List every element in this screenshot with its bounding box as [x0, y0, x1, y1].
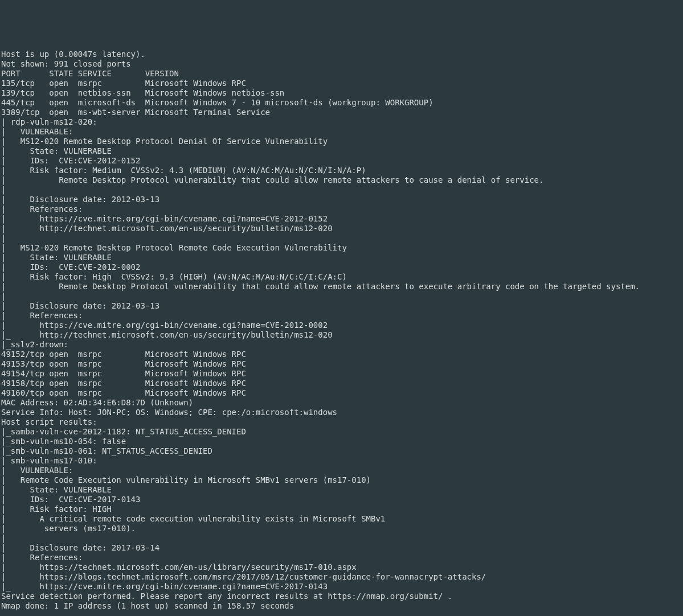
terminal-line: | MS12-020 Remote Desktop Protocol Denia… [1, 137, 683, 146]
terminal-line: 3389/tcp open ms-wbt-server Microsoft Te… [1, 108, 683, 117]
terminal-line: |_smb-vuln-ms10-061: NT_STATUS_ACCESS_DE… [1, 446, 683, 456]
terminal-line: | References: [1, 311, 683, 321]
terminal-line: | Disclosure date: 2017-03-14 [1, 543, 683, 553]
terminal-line: | https://cve.mitre.org/cgi-bin/cvename.… [1, 321, 683, 330]
terminal-line: |_smb-vuln-ms10-054: false [1, 437, 683, 446]
terminal-line: | VULNERABLE: [1, 466, 683, 475]
terminal-line: | rdp-vuln-ms12-020: [1, 117, 683, 127]
terminal-line: | References: [1, 204, 683, 214]
terminal-line: | Disclosure date: 2012-03-13 [1, 195, 683, 204]
terminal-line: | https://cve.mitre.org/cgi-bin/cvename.… [1, 214, 683, 224]
terminal-line: | servers (ms17-010). [1, 524, 683, 533]
terminal-line: | A critical remote code execution vulne… [1, 514, 683, 524]
terminal-line: 135/tcp open msrpc Microsoft Windows RPC [1, 79, 683, 88]
terminal-line: | http://technet.microsoft.com/en-us/sec… [1, 224, 683, 233]
terminal-line: | Disclosure date: 2012-03-13 [1, 301, 683, 311]
terminal-line: | [1, 533, 683, 543]
terminal-line: | IDs: CVE:CVE-2017-0143 [1, 495, 683, 504]
terminal-line: 139/tcp open netbios-ssn Microsoft Windo… [1, 88, 683, 98]
terminal-line: | Risk factor: High CVSSv2: 9.3 (HIGH) (… [1, 272, 683, 282]
terminal-line: | Risk factor: HIGH [1, 504, 683, 514]
terminal-line: | Remote Desktop Protocol vulnerability … [1, 282, 683, 291]
terminal-line: Not shown: 991 closed ports [1, 59, 683, 69]
terminal-line: | State: VULNERABLE [1, 485, 683, 495]
terminal-output: Host is up (0.00047s latency).Not shown:… [0, 48, 683, 613]
terminal-line: | [1, 233, 683, 243]
terminal-line: Service Info: Host: JON-PC; OS: Windows;… [1, 408, 683, 417]
terminal-line: 445/tcp open microsoft-ds Microsoft Wind… [1, 98, 683, 108]
terminal-line: Host is up (0.00047s latency). [1, 50, 683, 59]
terminal-line: |_sslv2-drown: [1, 340, 683, 350]
terminal-line: | MS12-020 Remote Desktop Protocol Remot… [1, 243, 683, 253]
terminal-line: | smb-vuln-ms17-010: [1, 456, 683, 466]
terminal-line: Host script results: [1, 417, 683, 427]
terminal-line: | References: [1, 553, 683, 562]
terminal-line: 49153/tcp open msrpc Microsoft Windows R… [1, 359, 683, 369]
terminal-line: | [1, 291, 683, 301]
terminal-line: | VULNERABLE: [1, 127, 683, 137]
terminal-line: |_ http://technet.microsoft.com/en-us/se… [1, 330, 683, 340]
terminal-line: |_samba-vuln-cve-2012-1182: NT_STATUS_AC… [1, 427, 683, 437]
terminal-line: Nmap done: 1 IP address (1 host up) scan… [1, 601, 683, 611]
terminal-line: | Remote Code Execution vulnerability in… [1, 475, 683, 485]
terminal-line: | https://blogs.technet.microsoft.com/ms… [1, 572, 683, 582]
terminal-line: | State: VULNERABLE [1, 253, 683, 262]
terminal-line: | IDs: CVE:CVE-2012-0002 [1, 262, 683, 272]
terminal-line: | Remote Desktop Protocol vulnerability … [1, 175, 683, 185]
terminal-line: MAC Address: 02:AD:34:E6:D8:7D (Unknown) [1, 398, 683, 408]
terminal-line: | Risk factor: Medium CVSSv2: 4.3 (MEDIU… [1, 166, 683, 175]
terminal-line: Service detection performed. Please repo… [1, 592, 683, 601]
terminal-line: |_ https://cve.mitre.org/cgi-bin/cvename… [1, 582, 683, 592]
terminal-line: 49158/tcp open msrpc Microsoft Windows R… [1, 379, 683, 388]
terminal-line: | https://technet.microsoft.com/en-us/li… [1, 562, 683, 572]
terminal-line: 49154/tcp open msrpc Microsoft Windows R… [1, 369, 683, 379]
terminal-line: 49160/tcp open msrpc Microsoft Windows R… [1, 388, 683, 398]
terminal-line: | [1, 185, 683, 195]
terminal-line: | IDs: CVE:CVE-2012-0152 [1, 156, 683, 166]
terminal-line: | State: VULNERABLE [1, 146, 683, 156]
terminal-line: 49152/tcp open msrpc Microsoft Windows R… [1, 350, 683, 359]
terminal-line: PORT STATE SERVICE VERSION [1, 69, 683, 79]
